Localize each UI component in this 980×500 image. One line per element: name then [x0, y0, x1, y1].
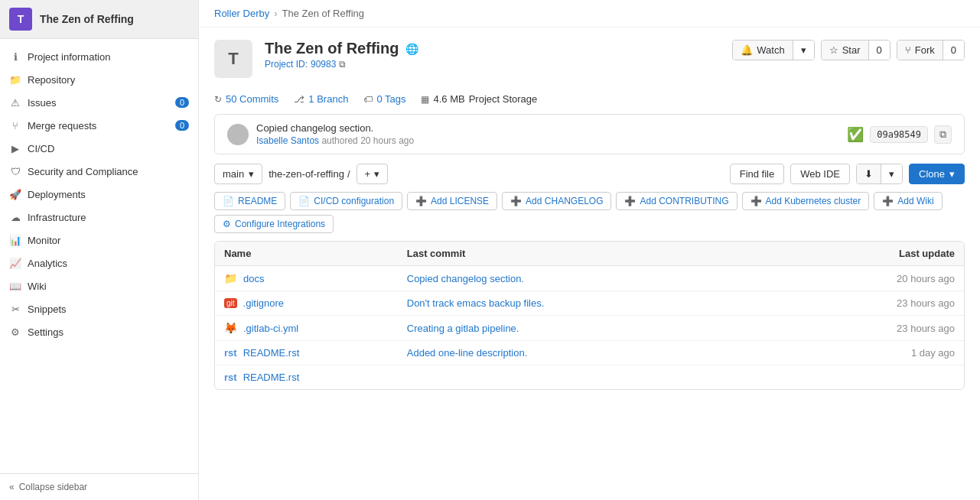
web-ide-button[interactable]: Web IDE	[790, 164, 850, 184]
commits-stat[interactable]: ↻ 50 Commits	[214, 93, 278, 105]
clone-button[interactable]: Clone ▾	[909, 164, 965, 184]
sidebar-item-wiki[interactable]: 📖 Wiki	[0, 274, 198, 297]
sidebar-item-snippets[interactable]: ✂ Snippets	[0, 297, 198, 320]
file-commit-docs[interactable]: Copied changelog section.	[407, 273, 773, 284]
monitor-icon: 📊	[9, 234, 21, 246]
storage-label: Project Storage	[469, 93, 538, 105]
collapse-sidebar[interactable]: « Collapse sidebar	[0, 473, 198, 500]
branches-label: 1 Branch	[308, 93, 348, 105]
toolbar-right: Find file Web IDE ⬇ ▾ Clone ▾	[730, 164, 965, 184]
sidebar-item-label-settings: Settings	[28, 326, 63, 338]
sidebar-project-name: The Zen of Reffing	[40, 13, 134, 25]
copy-id-icon[interactable]: ⧉	[339, 59, 346, 70]
file-table: Name Last commit Last update 📁 docs Copi…	[214, 241, 965, 390]
fork-part[interactable]: ⑂ Fork	[897, 41, 943, 60]
star-label: Star	[842, 44, 861, 56]
file-name-readme-rst-2[interactable]: rst README.rst	[224, 372, 407, 383]
sidebar-item-issues[interactable]: ⚠ Issues 0	[0, 91, 198, 114]
gitignore-icon: git	[224, 298, 237, 308]
sidebar-item-cicd[interactable]: ▶ CI/CD	[0, 137, 198, 160]
file-name-docs[interactable]: 📁 docs	[224, 272, 407, 284]
project-name-text: The Zen of Reffing	[265, 40, 399, 57]
file-commit-gitignore[interactable]: Don't track emacs backup files.	[407, 297, 773, 309]
file-name-text-gitignore[interactable]: .gitignore	[243, 297, 284, 309]
branch-name: main	[223, 168, 244, 180]
sidebar-item-project-information[interactable]: ℹ Project information	[0, 45, 198, 68]
sidebar-item-merge-requests[interactable]: ⑂ Merge requests 0	[0, 114, 198, 137]
sidebar-item-monitor[interactable]: 📊 Monitor	[0, 229, 198, 252]
watch-label: Watch	[757, 44, 784, 56]
qa-add-license[interactable]: ➕Add LICENSE	[407, 192, 497, 210]
breadcrumb-parent[interactable]: Roller Derby	[214, 8, 269, 19]
fork-button[interactable]: ⑂ Fork 0	[897, 40, 965, 60]
copy-hash-button[interactable]: ⧉	[934, 125, 952, 144]
file-name-gitignore[interactable]: git .gitignore	[224, 297, 407, 309]
project-info: The Zen of Reffing 🌐 Project ID: 90983 ⧉	[265, 40, 720, 70]
commit-title[interactable]: Copied changelog section.	[256, 122, 839, 134]
project-logo: T	[214, 40, 252, 78]
sidebar-item-settings[interactable]: ⚙ Settings	[0, 320, 198, 343]
commit-time: 20 hours ago	[360, 135, 414, 146]
file-name-text-readme-rst-2[interactable]: README.rst	[243, 372, 300, 383]
analytics-icon: 📈	[9, 257, 21, 269]
file-name-text-gitlab-ci[interactable]: .gitlab-ci.yml	[243, 323, 298, 334]
branches-stat[interactable]: ⎇ 1 Branch	[294, 93, 348, 105]
sidebar-item-infrastructure[interactable]: ☁ Infrastructure	[0, 206, 198, 229]
star-icon: ☆	[829, 44, 838, 56]
sidebar-header[interactable]: T The Zen of Reffing	[0, 0, 198, 39]
qa-configure-integrations[interactable]: ⚙Configure Integrations	[214, 215, 334, 233]
add-file-button[interactable]: + ▾	[357, 164, 389, 184]
infra-icon: ☁	[9, 211, 21, 223]
project-id-value[interactable]: 90983	[311, 59, 336, 70]
collapse-chevron-icon: «	[9, 482, 15, 492]
file-commit-gitlab-ci[interactable]: Creating a gitlab pipeline.	[407, 323, 773, 334]
add-kubernetes-label: Add Kubernetes cluster	[766, 196, 861, 206]
star-button[interactable]: ☆ Star 0	[821, 40, 890, 60]
sidebar-item-analytics[interactable]: 📈 Analytics	[0, 252, 198, 274]
find-file-button[interactable]: Find file	[730, 164, 785, 184]
sidebar-item-deployments[interactable]: 🚀 Deployments	[0, 183, 198, 206]
qa-add-changelog[interactable]: ➕Add CHANGELOG	[502, 192, 611, 210]
sidebar-item-label-repository: Repository	[28, 74, 75, 86]
file-name-text-docs[interactable]: docs	[243, 273, 264, 284]
merge-icon: ⑂	[9, 119, 21, 131]
commit-right: ✅ 09a98549 ⧉	[847, 125, 952, 144]
qa-cicd-config[interactable]: 📄CI/CD configuration	[290, 192, 402, 210]
file-time-gitignore: 23 hours ago	[772, 297, 955, 309]
file-commit-readme-rst[interactable]: Added one-line description.	[407, 347, 773, 359]
commit-author[interactable]: Isabelle Santos	[256, 135, 319, 146]
project-id-label: Project ID:	[265, 59, 308, 70]
commit-bar: Copied changelog section. Isabelle Santo…	[214, 114, 965, 154]
star-part[interactable]: ☆ Star	[822, 41, 868, 60]
download-part[interactable]: ⬇	[857, 164, 881, 183]
qa-readme[interactable]: 📄README	[214, 192, 285, 210]
sidebar-item-label-snippets: Snippets	[28, 304, 67, 315]
file-name-readme-rst[interactable]: rst README.rst	[224, 347, 407, 359]
branch-selector[interactable]: main ▾	[214, 164, 262, 184]
security-icon: 🛡	[9, 165, 21, 177]
file-name-text-readme-rst[interactable]: README.rst	[243, 347, 300, 359]
sidebar-item-repository[interactable]: 📁 Repository	[0, 68, 198, 91]
sidebar-item-label-security: Security and Compliance	[28, 166, 138, 177]
folder-icon: 📁	[224, 272, 237, 284]
sidebar-item-security[interactable]: 🛡 Security and Compliance	[0, 160, 198, 183]
add-changelog-label: Add CHANGELOG	[526, 196, 603, 206]
breadcrumb: Roller Derby › The Zen of Reffing	[199, 0, 980, 28]
main-content: Roller Derby › The Zen of Reffing T The …	[199, 0, 980, 500]
file-name-gitlab-ci[interactable]: 🦊 .gitlab-ci.yml	[224, 322, 407, 334]
tags-stat[interactable]: 🏷 0 Tags	[363, 93, 405, 105]
readme-icon: rst	[224, 347, 237, 359]
watch-part[interactable]: 🔔 Watch	[733, 41, 792, 60]
branch-icon: ⎇	[294, 94, 304, 105]
qa-add-kubernetes[interactable]: ➕Add Kubernetes cluster	[742, 192, 870, 210]
commit-hash[interactable]: 09a98549	[870, 126, 928, 143]
watch-button[interactable]: 🔔 Watch ▾	[732, 40, 814, 60]
qa-add-wiki[interactable]: ➕Add Wiki	[874, 192, 942, 210]
cicd-config-icon: 📄	[298, 196, 310, 206]
commit-status-icon: ✅	[847, 126, 864, 143]
qa-add-contributing[interactable]: ➕Add CONTRIBUTING	[616, 192, 737, 210]
clone-label: Clone	[919, 168, 945, 180]
download-button[interactable]: ⬇ ▾	[856, 164, 903, 184]
file-time-docs: 20 hours ago	[772, 273, 955, 284]
download-chevron[interactable]: ▾	[881, 164, 902, 183]
